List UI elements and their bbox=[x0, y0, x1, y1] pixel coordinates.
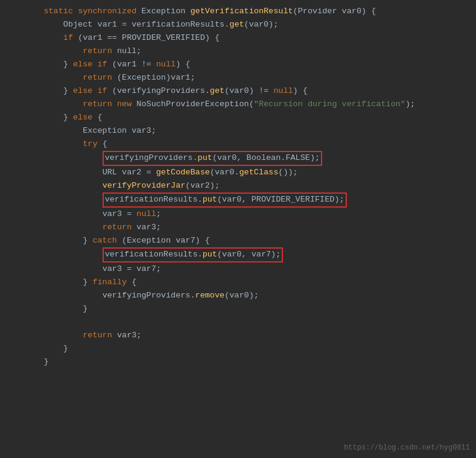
code-line: } bbox=[0, 342, 476, 355]
code-line: URL var2 = getCodeBase(var0.getClass()); bbox=[0, 166, 476, 179]
code-line: Exception var3; bbox=[0, 124, 476, 138]
code-line: } bbox=[0, 355, 476, 369]
code-line: verifyProviderJar(var2); bbox=[0, 179, 476, 192]
code-line: } else { bbox=[0, 111, 476, 124]
code-line: verifyingProviders.put(var0, Boolean.FAL… bbox=[0, 151, 476, 166]
code-viewer: static synchronized Exception getVerific… bbox=[0, 0, 476, 458]
code-line: return new NoSuchProviderException("Recu… bbox=[0, 98, 476, 111]
highlighted-code: verificationResults.put(var0, var7); bbox=[103, 247, 284, 262]
code-line: } catch (Exception var7) { bbox=[0, 234, 476, 247]
code-line: verificationResults.put(var0, var7); bbox=[0, 247, 476, 262]
code-line bbox=[0, 316, 476, 329]
code-line: var3 = null; bbox=[0, 208, 476, 221]
code-line: return var3; bbox=[0, 329, 476, 342]
code-line: } else if (var1 != null) { bbox=[0, 58, 476, 71]
code-line: Object var1 = verificationResults.get(va… bbox=[0, 18, 476, 31]
code-line: if (var1 == PROVIDER_VERIFIED) { bbox=[0, 31, 476, 45]
highlighted-code: verificationResults.put(var0, PROVIDER_V… bbox=[103, 192, 347, 208]
code-line: static synchronized Exception getVerific… bbox=[0, 5, 476, 18]
watermark: https://blog.csdn.net/hyg0811 bbox=[344, 444, 470, 452]
code-line: return null; bbox=[0, 45, 476, 58]
code-lines: static synchronized Exception getVerific… bbox=[0, 5, 476, 369]
code-line: return var3; bbox=[0, 221, 476, 234]
code-line: } else if (verifyingProviders.get(var0) … bbox=[0, 84, 476, 98]
code-line: verificationResults.put(var0, PROVIDER_V… bbox=[0, 192, 476, 208]
code-line: var3 = var7; bbox=[0, 262, 476, 276]
code-line: } bbox=[0, 302, 476, 316]
code-line: } finally { bbox=[0, 276, 476, 289]
code-line: verifyingProviders.remove(var0); bbox=[0, 289, 476, 302]
code-line: return (Exception)var1; bbox=[0, 71, 476, 84]
code-line: try { bbox=[0, 138, 476, 151]
highlighted-code: verifyingProviders.put(var0, Boolean.FAL… bbox=[103, 151, 322, 166]
